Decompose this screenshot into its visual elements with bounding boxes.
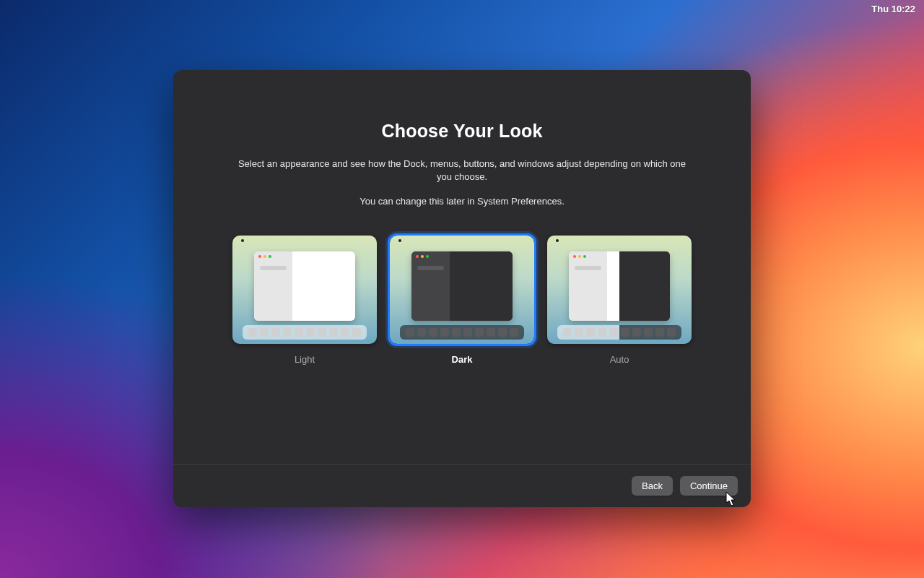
menubar-clock: Thu 10:22	[871, 4, 915, 14]
appearance-thumb-dark	[390, 236, 534, 344]
appearance-label-auto: Auto	[547, 354, 692, 365]
appearance-label-light: Light	[232, 354, 377, 365]
appearance-options: Light	[217, 236, 707, 365]
appearance-option-dark[interactable]: Dark	[390, 236, 534, 365]
dialog-body: Choose Your Look Select an appearance an…	[173, 70, 751, 464]
page-title: Choose Your Look	[217, 121, 707, 142]
menubar: Thu 10:22	[0, 0, 924, 17]
dialog-footer: Back Continue	[173, 464, 751, 507]
appearance-option-light[interactable]: Light	[232, 236, 377, 365]
back-button[interactable]: Back	[632, 476, 673, 496]
appearance-thumb-auto	[547, 236, 692, 344]
appearance-label-dark: Dark	[390, 354, 534, 365]
page-note: You can change this later in System Pref…	[217, 196, 707, 207]
page-description: Select an appearance and see how the Doc…	[231, 158, 693, 183]
appearance-option-auto[interactable]: Auto	[547, 236, 692, 365]
appearance-thumb-light	[232, 236, 377, 344]
continue-button[interactable]: Continue	[680, 476, 738, 496]
setup-dialog: Choose Your Look Select an appearance an…	[173, 70, 751, 507]
